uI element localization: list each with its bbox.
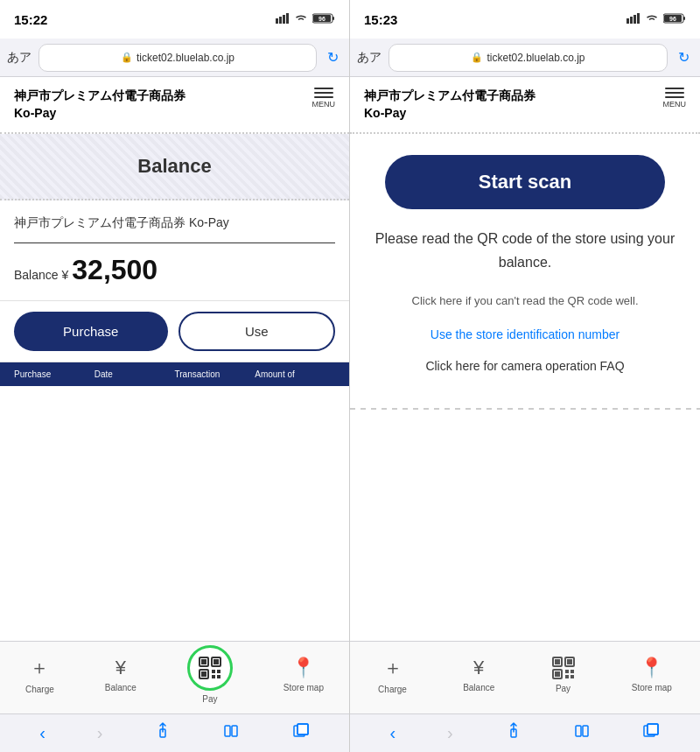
app-header-right: 神戸市プレミアム付電子商品券 Ko-Pay MENU <box>350 77 700 134</box>
nav-charge-right[interactable]: ＋ Charge <box>368 648 417 701</box>
status-time-right: 15:23 <box>364 12 397 27</box>
tabs-button-left[interactable] <box>285 719 317 748</box>
nav-storemap-left[interactable]: 📍 Store map <box>273 650 334 699</box>
svg-rect-1 <box>279 17 282 24</box>
svg-rect-24 <box>626 18 629 24</box>
menu-label-right: MENU <box>663 100 687 109</box>
charge-icon-right: ＋ <box>383 655 402 681</box>
storemap-label-left: Store map <box>284 683 324 692</box>
books-button-left[interactable] <box>216 719 248 748</box>
menu-line-1 <box>314 88 333 89</box>
qr-icon-right <box>551 656 576 680</box>
lock-icon-left: 🔒 <box>121 52 133 63</box>
share-button-left[interactable] <box>147 719 178 748</box>
url-bar-right[interactable]: 🔒 ticket02.bluelab.co.jp <box>388 44 668 72</box>
nav-balance-right[interactable]: ¥ Balance <box>452 650 505 699</box>
url-bar-left[interactable]: 🔒 ticket02.bluelab.co.jp <box>38 44 317 72</box>
storemap-label-right: Store map <box>632 683 672 692</box>
status-bar-left: 15:22 96 <box>0 0 349 39</box>
action-buttons: Purchase Use <box>0 301 349 362</box>
pay-circle-left <box>187 645 233 691</box>
menu-button-left[interactable]: MENU <box>312 88 336 109</box>
storemap-icon-left: 📍 <box>291 657 315 679</box>
table-body-left <box>0 386 349 641</box>
svg-rect-29 <box>683 17 685 20</box>
svg-rect-37 <box>555 671 560 677</box>
camera-faq[interactable]: Click here for camera operation FAQ <box>425 359 624 373</box>
browser-aa-right[interactable]: あア <box>357 50 382 66</box>
svg-rect-20 <box>232 726 237 736</box>
use-button[interactable]: Use <box>178 312 336 351</box>
app-title-line2-left: Ko-Pay <box>14 105 186 123</box>
svg-rect-0 <box>276 18 278 24</box>
charge-label-right: Charge <box>378 685 407 694</box>
start-scan-button[interactable]: Start scan <box>385 155 665 209</box>
menu-line-3 <box>314 96 333 98</box>
app-title-left: 神戸市プレミアム付電子商品券 Ko-Pay <box>14 88 186 122</box>
svg-rect-19 <box>225 726 230 736</box>
svg-rect-39 <box>570 670 574 673</box>
status-icons-right: 96 <box>626 13 686 26</box>
signal-icon-right <box>626 13 640 26</box>
menu-button-right[interactable]: MENU <box>663 88 687 109</box>
balance-label: Balance ¥ <box>14 268 68 282</box>
balance-section: 神戸市プレミアム付電子商品券 Ko-Pay Balance ¥ 32,500 <box>0 200 349 301</box>
lock-icon-right: 🔒 <box>471 52 483 63</box>
svg-rect-41 <box>570 675 574 678</box>
storemap-icon-right: 📍 <box>640 657 663 679</box>
app-title-line1-left: 神戸市プレミアム付電子商品券 <box>14 88 186 105</box>
svg-rect-43 <box>576 726 581 736</box>
share-button-right[interactable] <box>498 719 529 748</box>
balance-label-left: Balance <box>105 683 136 692</box>
reload-button-right[interactable]: ↻ <box>675 46 693 69</box>
url-text-left: ticket02.bluelab.co.jp <box>136 52 234 64</box>
scan-section: Start scan Please read the QR code of th… <box>350 134 700 407</box>
tabs-button-right[interactable] <box>635 719 667 748</box>
svg-rect-16 <box>212 675 215 678</box>
forward-button-left: › <box>90 720 110 747</box>
table-col-purchase: Purchase <box>14 369 94 379</box>
balance-number: 32,500 <box>72 254 158 286</box>
nav-pay-left[interactable]: Pay <box>177 638 243 711</box>
table-header: Purchase Date Transaction Amount of <box>0 362 349 386</box>
svg-rect-15 <box>217 670 220 673</box>
svg-rect-2 <box>283 15 285 24</box>
app-content-left: 神戸市プレミアム付電子商品券 Ko-Pay MENU Balance 神戸市プレ… <box>0 77 349 641</box>
wifi-icon-right <box>645 13 659 26</box>
svg-rect-17 <box>217 675 220 678</box>
left-phone: 15:22 96 あア 🔒 ticket02.bluelab.co.jp ↻ 神… <box>0 0 350 752</box>
app-title-right: 神戸市プレミアム付電子商品券 Ko-Pay <box>364 88 536 122</box>
svg-rect-38 <box>565 670 569 673</box>
svg-rect-40 <box>565 675 569 678</box>
scan-description: Please read the QR code of the store usi… <box>364 227 686 274</box>
pay-label-left: Pay <box>202 694 217 704</box>
back-button-left[interactable]: ‹ <box>32 720 52 747</box>
store-id-link[interactable]: Use the store identification number <box>430 327 620 341</box>
svg-rect-22 <box>298 724 308 734</box>
table-col-date: Date <box>94 369 175 379</box>
balance-icon-left: ¥ <box>116 657 126 679</box>
nav-balance-left[interactable]: ¥ Balance <box>94 650 147 699</box>
status-bar-right: 15:23 96 <box>350 0 700 39</box>
books-button-right[interactable] <box>567 719 598 748</box>
purchase-button[interactable]: Purchase <box>14 312 168 351</box>
reload-button-left[interactable]: ↻ <box>324 46 342 69</box>
status-time-left: 15:22 <box>14 12 47 27</box>
balance-divider <box>14 242 335 243</box>
menu-line-2 <box>314 92 333 94</box>
app-header-left: 神戸市プレミアム付電子商品券 Ko-Pay MENU <box>0 77 349 134</box>
back-button-right[interactable]: ‹ <box>382 720 402 747</box>
app-title-line2-right: Ko-Pay <box>364 105 536 123</box>
battery-icon-right: 96 <box>663 13 686 26</box>
browser-aa-left[interactable]: あア <box>7 50 32 66</box>
svg-rect-3 <box>286 13 289 24</box>
qr-icon-left <box>198 656 222 680</box>
nav-charge-left[interactable]: ＋ Charge <box>15 648 65 701</box>
nav-storemap-right[interactable]: 📍 Store map <box>621 650 682 699</box>
nav-pay-right[interactable]: Pay <box>541 649 586 700</box>
menu-line-r2 <box>665 92 684 94</box>
wifi-icon <box>294 13 308 26</box>
menu-label-left: MENU <box>312 100 336 109</box>
right-phone: 15:23 96 あア 🔒 ticket02.bluelab.co.jp ↻ 神… <box>350 0 700 752</box>
forward-button-right: › <box>440 720 460 747</box>
